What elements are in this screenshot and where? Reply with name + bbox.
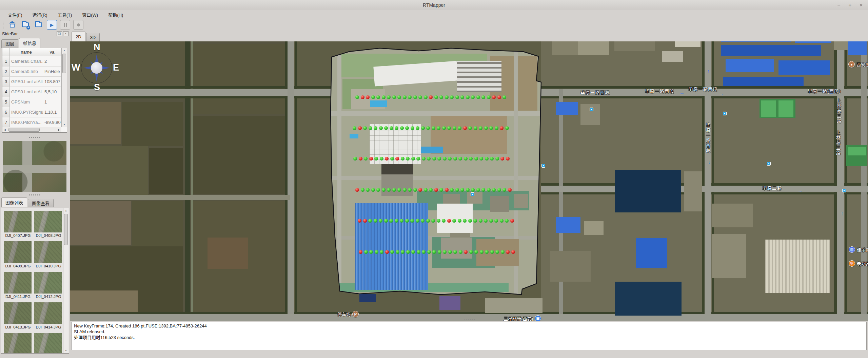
terrain-block — [778, 100, 793, 117]
column-header[interactable]: name — [10, 48, 43, 56]
play-icon[interactable]: ▶ — [47, 20, 57, 30]
table-header: nameva — [2, 48, 61, 56]
minimize-icon[interactable]: − — [837, 0, 841, 10]
terrain-block — [295, 41, 297, 321]
stop-record-icon — [73, 20, 83, 30]
map-canvas[interactable]: 毕原一路西段毕原一路西段毕原一路西段毕原一路(西段)毕原二路毕原一路西段上林苑三… — [70, 41, 868, 321]
image-thumbnail[interactable] — [34, 333, 62, 353]
row-index: 2 — [2, 67, 10, 77]
scroll-down-icon[interactable]: ▼ — [62, 122, 67, 127]
scroll-down-icon[interactable]: ▼ — [63, 348, 68, 353]
table-vscrollbar[interactable]: ▲ ▼ — [61, 48, 67, 127]
image-list-item[interactable]: DJI_0413.JPG — [4, 302, 32, 329]
image-list-item[interactable]: DJI_0410.JPG — [34, 241, 63, 268]
image-list-vscrollbar[interactable]: ▲ ▼ — [63, 208, 68, 353]
open-project-folder-icon[interactable]: + — [20, 20, 31, 30]
table-row[interactable]: 3GPS0.LonLatAlt108.807 — [2, 77, 61, 87]
sidebar-close-icon[interactable]: × — [63, 31, 68, 36]
menu-item[interactable]: 文件(F) — [3, 11, 27, 19]
home-icon[interactable] — [7, 20, 17, 30]
log-splitter[interactable] — [463, 319, 475, 321]
scroll-up-icon[interactable]: ▲ — [63, 208, 68, 213]
image-filename: DJI_0412.JPG — [34, 294, 63, 299]
menu-item[interactable]: 帮助(H) — [103, 11, 128, 19]
image-list-item[interactable]: DJI_0407.JPG — [4, 211, 32, 238]
keyframe-dot-green — [432, 250, 436, 254]
scroll-thumb[interactable] — [64, 214, 68, 245]
image-thumbnail[interactable] — [34, 302, 62, 324]
image-list-item[interactable]: DJI_0414.JPG — [34, 302, 63, 329]
param-value: 108.807 — [43, 77, 61, 87]
keyframe-dot-green — [489, 126, 493, 130]
sidebar-float-icon[interactable]: ❏ — [57, 31, 62, 36]
image-thumbnail[interactable] — [34, 211, 62, 232]
scroll-right-icon[interactable]: ▶ — [57, 127, 61, 132]
poi-label: 佳乐商店 — [857, 246, 868, 253]
menu-item[interactable]: 工具(T) — [53, 11, 77, 19]
image-list-item[interactable]: DJI_0408.JPG — [34, 211, 63, 238]
sidebar-splitter[interactable] — [28, 136, 41, 138]
image-list-item[interactable]: DJI_0409.JPG — [4, 241, 32, 268]
keyframe-dot-green — [474, 157, 478, 161]
keyframe-dot-green — [400, 126, 404, 130]
ortho-block — [437, 204, 473, 233]
image-tab-图像列表[interactable]: 图像列表 — [1, 197, 27, 207]
maximize-icon[interactable]: + — [848, 0, 851, 10]
keyframe-dot-green — [376, 188, 380, 192]
keyframe-dot-green — [400, 219, 403, 223]
image-list-item[interactable] — [4, 333, 32, 353]
keyframe-dot-green — [453, 126, 456, 130]
keyframe-dot-green — [474, 250, 478, 254]
image-thumbnail[interactable] — [4, 272, 32, 294]
view-tab-3D[interactable]: 3D — [86, 33, 100, 41]
keyframe-dot-green — [487, 188, 491, 192]
view-tab-2D[interactable]: 2D — [72, 32, 85, 41]
table-row[interactable]: 1Camera0.Chan...2 — [2, 56, 61, 67]
scroll-left-icon[interactable]: ◀ — [2, 127, 7, 132]
menu-item[interactable]: 窗口(W) — [77, 11, 103, 19]
table-hscrollbar[interactable]: ◀ ▶ — [2, 127, 61, 132]
image-list-item[interactable]: DJI_0411.JPG — [4, 272, 32, 299]
image-thumbnail[interactable] — [4, 333, 32, 353]
sidebar-tab-帧信息[interactable]: 帧信息 — [19, 38, 40, 48]
image-thumbnail[interactable] — [4, 241, 32, 263]
keyframe-dot-green — [392, 188, 396, 192]
title-bar[interactable]: RTMapper − + × — [0, 0, 868, 10]
poi-laozheng-restaurant: Ψ老郑家 — [849, 260, 868, 267]
table-row[interactable]: 2Camera0.InfoPinHole — [2, 67, 61, 77]
keyframe-dot-red — [355, 188, 359, 192]
image-filename: DJI_0409.JPG — [4, 263, 32, 268]
folder-icon[interactable] — [34, 20, 44, 30]
image-list-item[interactable]: DJI_0412.JPG — [34, 272, 63, 299]
image-thumbnail[interactable] — [34, 241, 62, 263]
scroll-thumb[interactable] — [8, 128, 40, 132]
scroll-up-icon[interactable]: ▲ — [62, 48, 67, 53]
keyframe-dot-green — [401, 250, 405, 254]
toolbar-drag-handle[interactable] — [3, 21, 4, 29]
image-thumbnail[interactable] — [34, 272, 62, 294]
terrain-block — [721, 41, 791, 42]
image-thumbnail[interactable] — [4, 211, 32, 232]
terrain-block — [615, 282, 682, 316]
keyframe-dot-green — [501, 250, 505, 254]
scroll-thumb[interactable] — [62, 54, 66, 73]
poi-label: 停车场 — [337, 311, 351, 317]
image-thumbnail[interactable] — [4, 302, 32, 324]
image-list-item[interactable] — [34, 333, 63, 353]
table-row[interactable]: 7IMU0.PitchYa...-89.9,90 — [2, 117, 61, 127]
table-row[interactable]: 6IMU0.PYRSigma1,10,1 — [2, 107, 61, 117]
param-value: 1,10,1 — [43, 107, 61, 117]
table-row[interactable]: 5GPSNum1 — [2, 97, 61, 107]
sidebar-tab-图层[interactable]: 图层 — [1, 39, 18, 48]
keyframe-dot-green — [375, 250, 378, 254]
close-icon[interactable]: × — [860, 0, 863, 10]
image-tab-图像查看[interactable]: 图像查看 — [28, 199, 54, 207]
sidebar-splitter[interactable] — [28, 194, 41, 196]
column-header[interactable]: va — [43, 48, 61, 56]
window-title: RTMapper — [423, 2, 445, 8]
menu-item[interactable]: 运行(R) — [27, 11, 53, 19]
column-header[interactable] — [2, 48, 10, 56]
table-row[interactable]: 4GPS0.LonLatAl...5,5,10 — [2, 87, 61, 97]
keyframe-dot-green — [408, 95, 412, 99]
keyframe-dot-green — [432, 157, 436, 161]
